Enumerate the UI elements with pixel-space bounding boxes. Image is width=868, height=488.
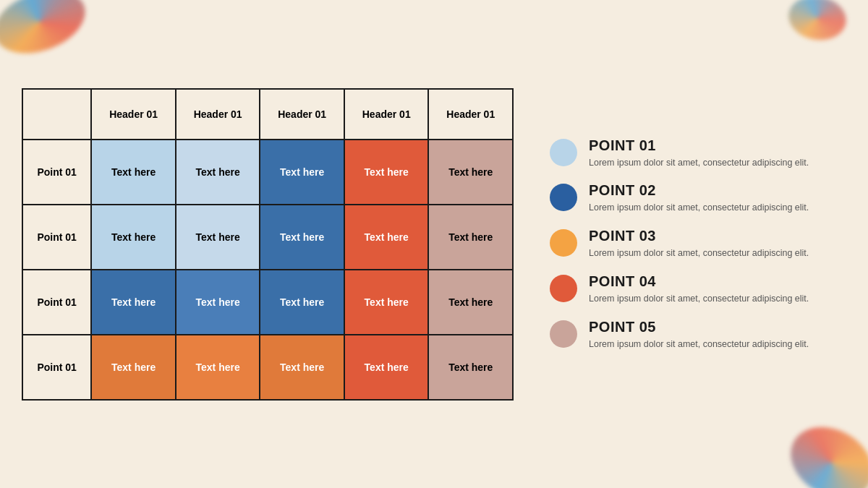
cell-2-4: Text here: [344, 205, 429, 270]
point-circle-5: [550, 320, 577, 348]
table-row: Point 01 Text here Text here Text here T…: [22, 270, 513, 335]
data-table: Header 01 Header 01 Header 01 Header 01 …: [22, 88, 514, 401]
point-desc-1: Lorem ipsum dolor sit amet, consectetur …: [589, 156, 809, 170]
point-circle-4: [550, 275, 577, 302]
point-title-5: POINT 05: [589, 319, 809, 335]
cell-3-4: Text here: [344, 270, 429, 335]
table-row: Point 01 Text here Text here Text here T…: [22, 335, 513, 400]
cell-3-5: Text here: [428, 270, 513, 335]
row-2-label: Point 01: [22, 205, 91, 270]
cell-1-2: Text here: [176, 140, 260, 205]
point-text-5: POINT 05 Lorem ipsum dolor sit amet, con…: [589, 319, 809, 351]
point-text-3: POINT 03 Lorem ipsum dolor sit amet, con…: [589, 228, 809, 260]
cell-3-1: Text here: [91, 270, 176, 335]
cell-4-4: Text here: [344, 335, 429, 400]
point-title-3: POINT 03: [589, 228, 809, 244]
point-text-1: POINT 01 Lorem ipsum dolor sit amet, con…: [589, 137, 809, 170]
table-header-row: Header 01 Header 01 Header 01 Header 01 …: [22, 89, 513, 140]
cell-2-3: Text here: [260, 205, 344, 270]
table-section: Header 01 Header 01 Header 01 Header 01 …: [22, 88, 514, 401]
cell-3-2: Text here: [176, 270, 260, 335]
points-section: POINT 01 Lorem ipsum dolor sit amet, con…: [535, 137, 846, 351]
point-desc-5: Lorem ipsum dolor sit amet, consectetur …: [589, 338, 809, 351]
table-row: Point 01 Text here Text here Text here T…: [22, 205, 513, 270]
point-item-5: POINT 05 Lorem ipsum dolor sit amet, con…: [550, 319, 846, 351]
table-header-3: Header 01: [260, 89, 344, 140]
point-circle-2: [550, 184, 577, 211]
row-3-label: Point 01: [22, 270, 91, 335]
cell-2-5: Text here: [428, 205, 513, 270]
cell-2-2: Text here: [176, 205, 260, 270]
cell-1-4: Text here: [344, 140, 429, 205]
point-title-2: POINT 02: [589, 182, 809, 199]
point-title-1: POINT 01: [589, 137, 809, 154]
cell-1-5: Text here: [428, 140, 513, 205]
cell-3-3: Text here: [260, 270, 344, 335]
point-item-3: POINT 03 Lorem ipsum dolor sit amet, con…: [550, 228, 846, 260]
point-title-4: POINT 04: [589, 273, 809, 290]
cell-4-5: Text here: [428, 335, 513, 400]
cell-1-1: Text here: [91, 140, 176, 205]
table-corner-cell: [22, 89, 91, 140]
point-item-4: POINT 04 Lorem ipsum dolor sit amet, con…: [550, 273, 846, 306]
point-desc-3: Lorem ipsum dolor sit amet, consectetur …: [589, 247, 809, 260]
point-circle-1: [550, 139, 577, 166]
table-header-1: Header 01: [91, 89, 176, 140]
table-row: Point 01 Text here Text here Text here T…: [22, 140, 513, 205]
row-1-label: Point 01: [22, 140, 91, 205]
table-header-4: Header 01: [344, 89, 429, 140]
table-header-5: Header 01: [428, 89, 513, 140]
cell-2-1: Text here: [91, 205, 176, 270]
point-circle-3: [550, 229, 577, 257]
point-item-2: POINT 02 Lorem ipsum dolor sit amet, con…: [550, 182, 846, 215]
cell-4-2: Text here: [176, 335, 260, 400]
point-desc-4: Lorem ipsum dolor sit amet, consectetur …: [589, 292, 809, 306]
point-text-4: POINT 04 Lorem ipsum dolor sit amet, con…: [589, 273, 809, 306]
point-item-1: POINT 01 Lorem ipsum dolor sit amet, con…: [550, 137, 846, 170]
cell-4-1: Text here: [91, 335, 176, 400]
cell-1-3: Text here: [260, 140, 344, 205]
point-desc-2: Lorem ipsum dolor sit amet, consectetur …: [589, 201, 809, 215]
main-container: Header 01 Header 01 Header 01 Header 01 …: [0, 0, 868, 488]
cell-4-3: Text here: [260, 335, 344, 400]
point-text-2: POINT 02 Lorem ipsum dolor sit amet, con…: [589, 182, 809, 215]
table-header-2: Header 01: [176, 89, 260, 140]
row-4-label: Point 01: [22, 335, 91, 400]
